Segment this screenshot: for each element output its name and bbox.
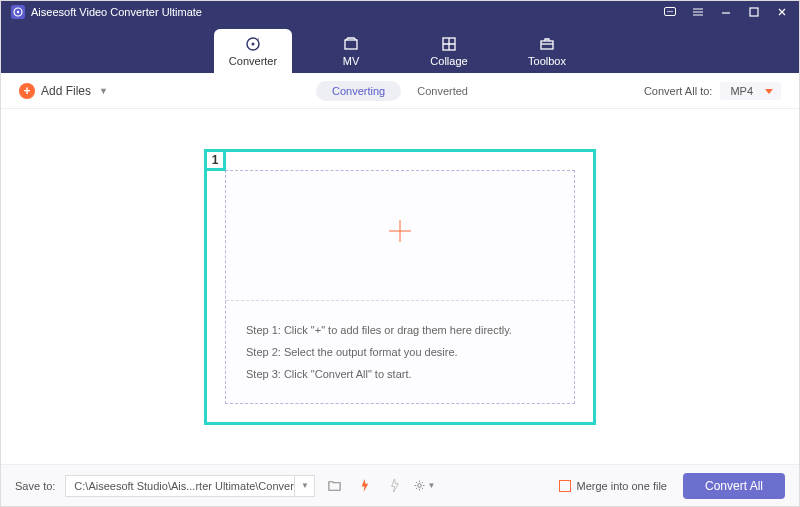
merge-label: Merge into one file [576, 480, 667, 492]
subbar: + Add Files ▼ Converting Converted Conve… [1, 73, 799, 109]
status-tabs: Converting Converted [316, 81, 484, 101]
dropzone-add-area[interactable] [226, 171, 574, 301]
svg-rect-9 [345, 40, 357, 49]
svg-rect-6 [750, 8, 758, 16]
highlight-frame: 1 Step 1: Click "+" to add files or drag… [204, 149, 596, 425]
open-folder-icon[interactable] [323, 475, 345, 497]
toolbox-icon [538, 35, 556, 53]
highlight-badge: 1 [204, 149, 226, 171]
dropzone-plus-icon [383, 214, 417, 256]
save-path-dropdown[interactable]: ▼ [295, 475, 315, 497]
convert-all-button[interactable]: Convert All [683, 473, 785, 499]
svg-point-3 [667, 11, 668, 12]
subtab-converting[interactable]: Converting [316, 81, 401, 101]
add-files-label: Add Files [41, 84, 91, 98]
settings-icon[interactable]: ▼ [413, 475, 435, 497]
tab-toolbox[interactable]: Toolbox [508, 29, 586, 73]
step-3: Step 3: Click "Convert All" to start. [246, 363, 554, 385]
main-area: 1 Step 1: Click "+" to add files or drag… [1, 109, 799, 464]
close-icon[interactable] [775, 5, 789, 19]
maximize-icon[interactable] [747, 5, 761, 19]
svg-point-5 [671, 11, 672, 12]
tab-toolbox-label: Toolbox [528, 55, 566, 67]
convert-all-to-label: Convert All to: [644, 85, 712, 97]
svg-point-8 [252, 43, 255, 46]
minimize-icon[interactable] [719, 5, 733, 19]
merge-checkbox-box [559, 480, 571, 492]
bottombar: Save to: C:\Aiseesoft Studio\Ais...rter … [1, 464, 799, 506]
main-tabbar: Converter MV Collage Toolbox [1, 23, 799, 73]
convert-all-to: Convert All to: MP4 [644, 82, 781, 100]
output-format-select[interactable]: MP4 [720, 82, 781, 100]
titlebar: Aiseesoft Video Converter Ultimate [1, 1, 799, 23]
collage-icon [440, 35, 458, 53]
add-files-caret-icon: ▼ [99, 86, 108, 96]
gpu-off-icon[interactable] [383, 475, 405, 497]
dropzone-steps: Step 1: Click "+" to add files or drag t… [226, 301, 574, 403]
app-window: Aiseesoft Video Converter Ultimate Conve… [0, 0, 800, 507]
svg-point-4 [669, 11, 670, 12]
merge-checkbox[interactable]: Merge into one file [559, 480, 667, 492]
tab-collage[interactable]: Collage [410, 29, 488, 73]
svg-point-12 [418, 484, 422, 488]
step-2: Step 2: Select the output format you des… [246, 341, 554, 363]
add-files-button[interactable]: + Add Files ▼ [19, 83, 108, 99]
step-1: Step 1: Click "+" to add files or drag t… [246, 319, 554, 341]
tab-converter-label: Converter [229, 55, 277, 67]
tab-converter[interactable]: Converter [214, 29, 292, 73]
add-files-plus-icon: + [19, 83, 35, 99]
tab-collage-label: Collage [430, 55, 467, 67]
tab-mv[interactable]: MV [312, 29, 390, 73]
svg-point-1 [17, 11, 19, 13]
svg-rect-11 [541, 41, 553, 49]
app-title: Aiseesoft Video Converter Ultimate [31, 6, 663, 18]
mv-icon [342, 35, 360, 53]
gpu-on-icon[interactable] [353, 475, 375, 497]
app-logo-icon [11, 5, 25, 19]
save-to-label: Save to: [15, 480, 55, 492]
converter-icon [244, 35, 262, 53]
menu-icon[interactable] [691, 5, 705, 19]
subtab-converted[interactable]: Converted [401, 81, 484, 101]
feedback-icon[interactable] [663, 5, 677, 19]
window-controls [663, 5, 789, 19]
save-path-field[interactable]: C:\Aiseesoft Studio\Ais...rter Ultimate\… [65, 475, 295, 497]
dropzone: Step 1: Click "+" to add files or drag t… [225, 170, 575, 404]
tab-mv-label: MV [343, 55, 360, 67]
